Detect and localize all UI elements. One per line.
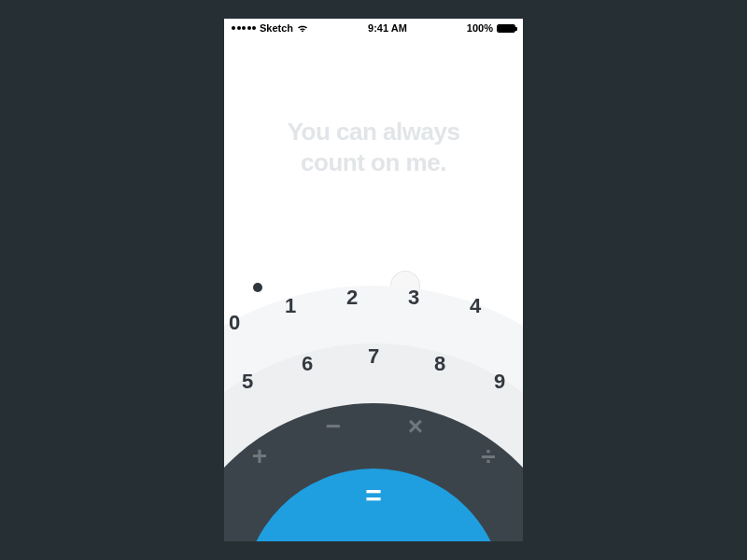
wifi-icon: [297, 23, 308, 33]
carrier-label: Sketch: [260, 22, 293, 34]
battery-icon: [497, 24, 515, 33]
status-bar: Sketch 9:41 AM 100%: [224, 19, 523, 37]
dial-keypad: 0 1 2 3 4 5 6 7 8 9 + − × ÷ =: [224, 261, 523, 541]
tagline-line1: You can always: [224, 117, 523, 147]
tagline: You can always count on me.: [224, 117, 523, 177]
tagline-line2: count on me.: [224, 147, 523, 178]
decimal-indicator: [253, 283, 262, 292]
battery-percent: 100%: [467, 22, 493, 34]
signal-dots-icon: [232, 26, 256, 30]
phone-frame: Sketch 9:41 AM 100% You can always count…: [224, 19, 523, 541]
status-time: 9:41 AM: [368, 22, 407, 34]
